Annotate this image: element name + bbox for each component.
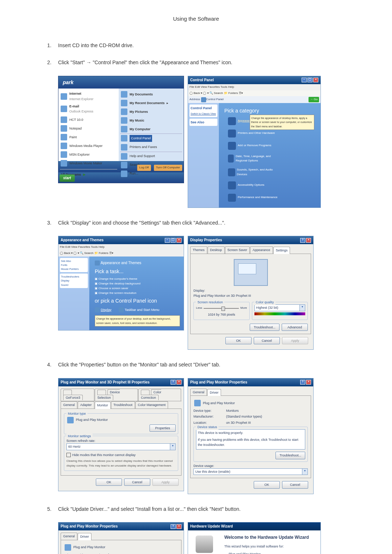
help-icon[interactable]: ? — [171, 524, 176, 529]
step-num: 1. — [47, 41, 52, 49]
minimize-icon[interactable]: − — [302, 78, 307, 82]
cat-access[interactable]: Accessibility Options — [228, 181, 279, 189]
task-link[interactable]: ▣ Change the desktop background — [95, 282, 180, 286]
tab-appearance[interactable]: Appearance — [250, 246, 273, 253]
properties-button[interactable]: Properties — [150, 424, 176, 432]
minimize-icon[interactable]: − — [165, 238, 170, 243]
cat-region[interactable]: Date, Time, Language, and Regional Optio… — [228, 154, 279, 164]
task-link[interactable]: ▣ Change the computer's theme — [95, 277, 180, 282]
tab[interactable]: Troubleshoot — [111, 401, 135, 408]
tab-desktop[interactable]: Desktop — [208, 246, 225, 253]
cancel-button[interactable]: Cancel — [282, 481, 308, 488]
cat-addremove[interactable]: Add or Remove Programs — [228, 142, 279, 150]
slider-less: Less — [196, 306, 202, 311]
logoff-button[interactable]: Log Off — [137, 165, 151, 171]
label: E-mail — [69, 104, 79, 108]
wizard-welcome: Welcome to the Hardware Update Wizard — [224, 534, 317, 541]
label: Hide modes that this monitor cannot disp… — [72, 453, 136, 457]
sublabel: Outlook Express — [69, 109, 93, 114]
step-num: 2. — [47, 58, 52, 66]
device-usage-select[interactable]: Use this device (enable)▾ — [193, 468, 308, 475]
tab-monitor[interactable]: Monitor — [95, 402, 111, 409]
music-icon — [121, 117, 127, 124]
hide-modes-checkbox[interactable] — [66, 453, 71, 457]
step-3: 3.Click "Display" icon and choose the "S… — [58, 219, 370, 227]
close-icon[interactable]: × — [306, 380, 311, 385]
maximize-icon[interactable]: ▢ — [171, 238, 176, 243]
apply-button: Apply — [282, 337, 308, 344]
label: My Pictures — [130, 109, 148, 114]
turnoff-button[interactable]: Turn Off Computer — [154, 165, 182, 171]
close-icon[interactable]: × — [176, 238, 181, 243]
printers-icon — [228, 130, 236, 138]
address-value: Control Panel — [206, 97, 224, 102]
tab-themes[interactable]: Themes — [190, 246, 207, 253]
monitor-icon — [65, 544, 71, 551]
tab-driver[interactable]: Driver — [207, 389, 221, 396]
cancel-button[interactable]: Cancel — [254, 337, 280, 344]
refresh-select[interactable]: 60 Hertz▾ — [66, 443, 176, 450]
display-value: Plug and Play Monitor on 3D Prophet III — [193, 293, 308, 298]
troubleshoot-button[interactable]: Troubleshoot... — [275, 452, 305, 459]
advanced-button[interactable]: Advanced — [282, 324, 308, 331]
step-text: Insert CD into the CD-ROM drive. — [58, 42, 134, 48]
ie-icon — [61, 93, 67, 100]
task-link[interactable]: ▣ Choose a screen saver — [95, 286, 180, 291]
screenshot-hardware-wizard: Hardware Update Wizard Welcome to the Ha… — [188, 522, 321, 554]
label: Device usage: — [193, 463, 308, 468]
ok-button[interactable]: OK — [225, 337, 252, 344]
cat-printers[interactable]: Printers and Other Hardware — [228, 130, 279, 138]
start-button[interactable]: start — [60, 175, 75, 182]
chevron-down-icon: ▾ — [300, 304, 305, 311]
tab[interactable]: Color Correction — [138, 389, 181, 401]
go-icon[interactable]: → Go — [309, 97, 319, 102]
maximize-icon[interactable]: ▢ — [307, 78, 313, 82]
msn-icon — [61, 151, 67, 158]
troubleshoot-button[interactable]: Troubleshoot... — [250, 324, 279, 331]
group-label: Screen resolution — [196, 300, 224, 305]
group-label: Color quality — [254, 300, 275, 305]
ok-button[interactable]: OK — [96, 479, 122, 486]
help-icon[interactable]: ? — [300, 238, 305, 243]
tab-screensaver[interactable]: Screen Saver — [225, 246, 250, 253]
region-icon — [228, 155, 234, 163]
display-icon-link[interactable]: Display — [95, 307, 111, 313]
display-icon — [95, 307, 100, 312]
close-icon[interactable]: × — [176, 380, 181, 385]
tab-general[interactable]: General — [190, 389, 207, 395]
close-icon[interactable]: × — [176, 524, 181, 529]
tab[interactable]: Adapter — [78, 401, 94, 408]
ok-button[interactable]: OK — [254, 481, 280, 488]
tab-settings[interactable]: Settings — [273, 247, 290, 254]
switch-view-link[interactable]: Switch to Classic View — [191, 112, 216, 115]
close-icon[interactable]: × — [306, 238, 311, 243]
moviemaker-icon — [61, 160, 67, 167]
slider-more: More — [240, 306, 247, 311]
monitor-preview-icon — [234, 259, 268, 286]
window-title: Plug and Play Monitor Properties — [190, 379, 247, 385]
tab[interactable]: Color Management — [135, 401, 168, 408]
label: My Computer — [130, 127, 151, 132]
close-icon[interactable]: × — [313, 78, 318, 82]
tab[interactable]: Device Selection — [95, 389, 138, 401]
tab[interactable]: General — [61, 401, 77, 408]
label: My Music — [130, 118, 144, 123]
cat-sound[interactable]: Sounds, Speech, and Audio Devices — [228, 168, 279, 177]
tab-general[interactable]: General — [61, 533, 77, 539]
appearance-icon — [228, 117, 236, 125]
tab[interactable]: GeForce3 — [61, 389, 94, 401]
color-quality-select[interactable]: Highest (32 bit)▾ — [254, 304, 306, 311]
window-title: Control Panel — [190, 77, 214, 83]
control-panel-link[interactable]: Control Panel — [130, 135, 152, 141]
perf-icon — [228, 194, 236, 202]
tab-driver[interactable]: Driver — [78, 533, 91, 540]
taskbar-icon-link[interactable]: Taskbar and Start Menu — [119, 307, 159, 313]
help-icon[interactable]: ? — [300, 380, 305, 385]
cat-perf[interactable]: Performance and Maintenance — [228, 194, 279, 202]
cancel-button[interactable]: Cancel — [124, 479, 150, 486]
resolution-slider[interactable] — [204, 308, 239, 309]
task-link[interactable]: ▣ Change the screen resolution — [95, 291, 180, 296]
label: Internet — [69, 92, 81, 95]
help-icon[interactable]: ? — [171, 380, 176, 385]
color-bar-icon — [254, 312, 306, 315]
